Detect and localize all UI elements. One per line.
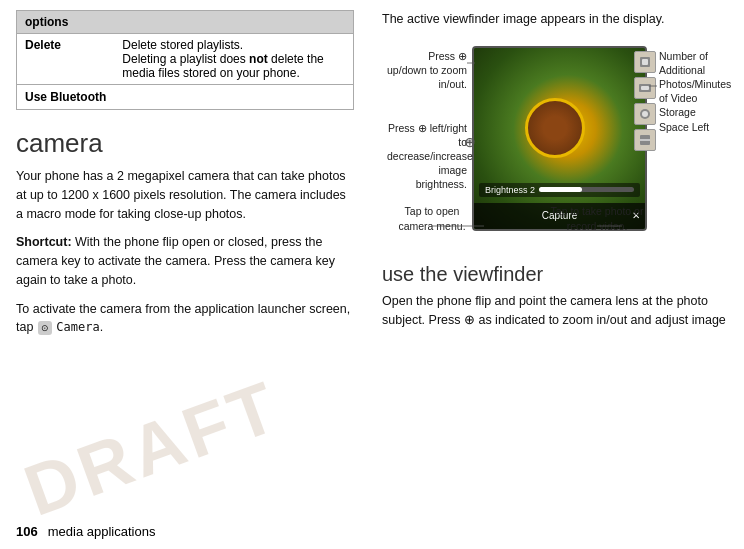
camera-heading: camera: [16, 128, 354, 159]
right-column: The active viewfinder image appears in t…: [370, 0, 744, 549]
page-number-row: 106 media applications: [0, 524, 370, 539]
annotation-mid-left: Press ⊕ left/right to decrease/increase …: [387, 121, 467, 192]
icon-box-1: [634, 51, 656, 73]
camera-screen: Brightness 2 Capture ✕: [472, 46, 647, 231]
bluetooth-row: Use Bluetooth: [17, 85, 354, 110]
brightness-bar: Brightness 2: [479, 183, 640, 197]
annotation-top-left: Press ⊕ up/down to zoom in/out.: [387, 49, 467, 92]
annotation-bottom-left: Tap to open camera menu.: [387, 204, 477, 232]
brightness-label: Brightness 2: [485, 185, 535, 195]
page-number: 106: [16, 524, 38, 539]
annotation-bottom-right: Tap to take photo or record video.: [547, 204, 647, 232]
delete-content: Delete stored playlists. Deleting a play…: [114, 34, 353, 85]
left-column: options Delete Delete stored playlists. …: [0, 0, 370, 549]
shortcut-para: Shortcut: With the phone flip open or cl…: [16, 233, 354, 289]
options-table: options Delete Delete stored playlists. …: [16, 10, 354, 110]
page-label: media applications: [48, 524, 156, 539]
section-heading: use the viewfinder: [382, 263, 732, 286]
svg-point-5: [642, 111, 648, 117]
bold-not: not: [249, 52, 268, 66]
icon-box-2: [634, 77, 656, 99]
bluetooth-content: [114, 85, 353, 110]
camera-para1: Your phone has a 2 megapixel camera that…: [16, 167, 354, 223]
camera-para3: To activate the camera from the applicat…: [16, 300, 354, 338]
bottom-text: Open the phone flip and point the camera…: [382, 292, 732, 330]
intro-text: The active viewfinder image appears in t…: [382, 10, 732, 29]
camera-app-icon: ⊙: [38, 321, 52, 335]
annotation-right: Number of Additional Photos/Minutes of V…: [659, 49, 727, 134]
shortcut-label: Shortcut:: [16, 235, 72, 249]
delete-row: Delete Delete stored playlists. Deleting…: [17, 34, 354, 85]
icon-box-3: [634, 103, 656, 125]
icon-box-4: [634, 129, 656, 151]
brightness-track: [539, 187, 634, 192]
delete-label: Delete: [17, 34, 115, 85]
camera-app-label: Camera: [56, 320, 99, 334]
right-side-icons: [634, 51, 656, 151]
options-header: options: [17, 11, 354, 34]
bluetooth-label: Use Bluetooth: [17, 85, 115, 110]
sunflower-background: [474, 48, 645, 229]
viewfinder-diagram: Brightness 2 Capture ✕ ⊕: [387, 41, 727, 251]
brightness-fill: [539, 187, 582, 192]
svg-rect-1: [642, 59, 648, 65]
svg-rect-3: [641, 86, 649, 90]
sunflower-center: [525, 98, 585, 158]
